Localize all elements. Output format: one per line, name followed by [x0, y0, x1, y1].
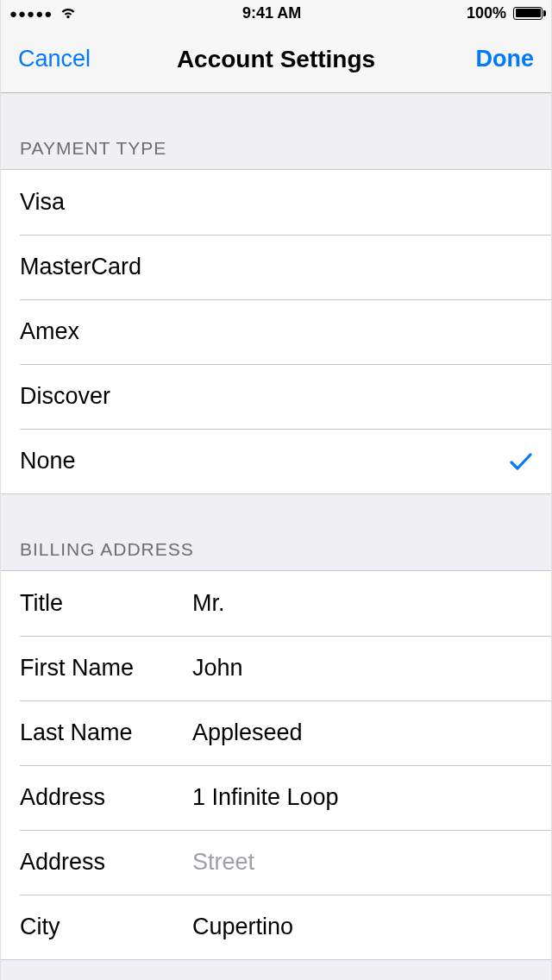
cancel-button[interactable]: Cancel	[18, 46, 104, 72]
wifi-icon	[60, 7, 77, 19]
checkmark-icon	[510, 452, 532, 471]
payment-option-label: Discover	[20, 383, 532, 410]
status-time: 9:41 AM	[242, 4, 301, 22]
field-label: Last Name	[20, 719, 192, 746]
payment-option-label: MasterCard	[20, 254, 532, 280]
nav-bar: Cancel Account Settings Done	[1, 26, 551, 93]
field-value: Appleseed	[192, 719, 532, 746]
signal-strength-icon: ●●●●●	[9, 6, 53, 21]
done-button[interactable]: Done	[448, 46, 534, 72]
payment-option-visa[interactable]: Visa	[1, 170, 551, 235]
payment-option-mastercard[interactable]: MasterCard	[1, 235, 551, 299]
section-header-billing: BILLING ADDRESS	[1, 494, 551, 570]
field-label: City	[20, 914, 192, 940]
billing-title-row[interactable]: Title Mr.	[1, 571, 551, 636]
status-bar: ●●●●● 9:41 AM 100%	[1, 0, 551, 26]
field-value: Cupertino	[192, 914, 532, 940]
billing-address1-row[interactable]: Address 1 Infinite Loop	[1, 765, 551, 830]
field-label: Title	[20, 590, 192, 617]
billing-address-list: Title Mr. First Name John Last Name Appl…	[1, 570, 551, 960]
field-value: 1 Infinite Loop	[192, 784, 532, 811]
billing-city-row[interactable]: City Cupertino	[1, 895, 551, 959]
field-label: Address	[20, 849, 192, 876]
field-label: Address	[20, 784, 192, 811]
page-title: Account Settings	[177, 46, 375, 73]
billing-first-name-row[interactable]: First Name John	[1, 636, 551, 700]
payment-option-amex[interactable]: Amex	[1, 299, 551, 364]
payment-option-label: Amex	[20, 318, 532, 345]
field-value: John	[192, 655, 532, 682]
field-placeholder: Street	[192, 849, 532, 876]
payment-option-discover[interactable]: Discover	[1, 364, 551, 429]
field-value: Mr.	[192, 590, 532, 617]
payment-option-label: None	[20, 448, 510, 474]
billing-address2-row[interactable]: Address Street	[1, 830, 551, 895]
payment-option-label: Visa	[20, 189, 532, 216]
payment-type-list: Visa MasterCard Amex Discover None	[1, 169, 551, 494]
battery-percent: 100%	[467, 4, 506, 22]
billing-last-name-row[interactable]: Last Name Appleseed	[1, 700, 551, 765]
payment-option-none[interactable]: None	[1, 429, 551, 493]
battery-icon	[510, 7, 543, 20]
field-label: First Name	[20, 655, 192, 682]
section-header-payment: PAYMENT TYPE	[1, 93, 551, 169]
